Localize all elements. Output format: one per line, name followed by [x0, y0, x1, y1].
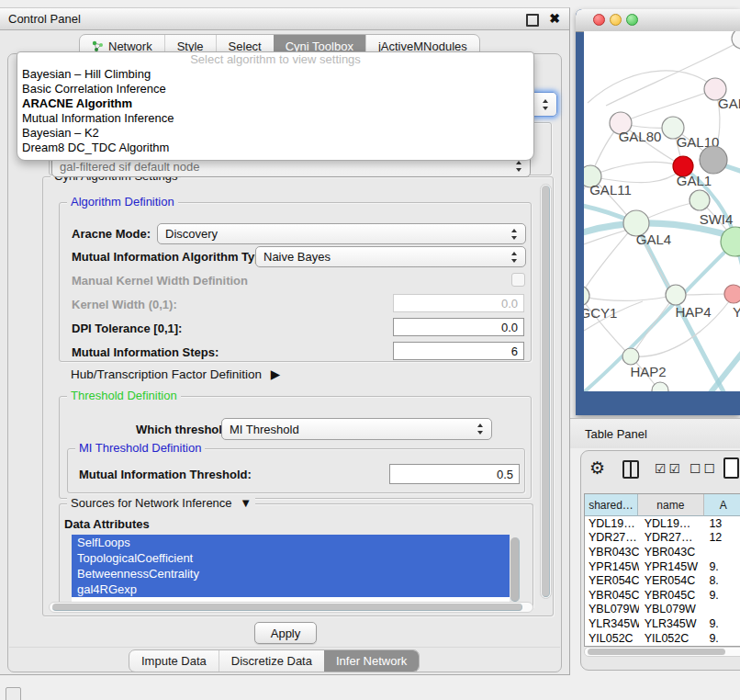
dropdown-item[interactable]: Basic Correlation Inference [17, 82, 533, 96]
table-cell[interactable]: YBR043C [639, 546, 706, 559]
network-node-hap4[interactable] [666, 285, 686, 305]
table-cell[interactable]: YLR345W [639, 617, 706, 630]
network-edge[interactable] [590, 162, 679, 176]
table-cell[interactable]: YDL19… [585, 517, 639, 530]
deselect-all-checkboxes-icon[interactable]: ☐☐ [690, 461, 718, 476]
select-all-checkboxes-icon[interactable]: ☑☑ [655, 461, 683, 476]
table-cell[interactable]: 9. [705, 617, 740, 630]
table-row[interactable]: YPR145WYPR145W9. [585, 559, 740, 574]
zoom-icon[interactable] [626, 14, 638, 26]
attribute-list-item[interactable]: SelfLoops [72, 535, 510, 550]
table-cell[interactable]: YPR145W [639, 560, 706, 573]
close-icon[interactable]: ✖ [549, 11, 560, 26]
close-icon[interactable] [593, 14, 605, 26]
attribute-list-item[interactable]: TopologicalCoefficient [72, 550, 510, 566]
table-cell[interactable]: YER054C [639, 574, 706, 587]
table-row[interactable]: YBR045CYBR045C9. [585, 588, 740, 603]
table-cell[interactable]: YIL052C [585, 632, 639, 645]
table-row[interactable]: YER054CYER054C8. [585, 573, 740, 588]
data-attributes-label: Data Attributes [64, 517, 150, 531]
dropdown-item[interactable]: ARACNE Algorithm [17, 96, 533, 111]
dropdown-item[interactable]: Mutual Information Inference [17, 111, 533, 126]
tab-impute-data[interactable]: Impute Data [129, 650, 219, 672]
table-cell[interactable]: YLR345W [585, 617, 639, 630]
column-header[interactable]: shared… [585, 494, 638, 516]
table-cell[interactable]: YBL079W [585, 603, 639, 615]
dpi-tolerance-value: 0.0 [501, 321, 518, 334]
network-canvas[interactable]: GALGAL80GAL10GAL1GAL11SWI4GAL4GCY1HAP4YH… [584, 31, 740, 391]
attribute-list-scrollbar[interactable] [510, 536, 521, 603]
node-label: HAP2 [630, 364, 666, 379]
table-cell[interactable]: 12 [705, 531, 740, 544]
mi-type-combo[interactable]: Naive Bayes [255, 246, 526, 267]
network-node-gcy1[interactable] [584, 286, 589, 306]
sources-group-title[interactable]: Sources for Network Inference ▼ [67, 496, 255, 511]
float-window-icon[interactable] [526, 14, 539, 27]
apply-button[interactable]: Apply [254, 622, 317, 644]
dropdown-item[interactable]: Dream8 DC_TDC Algorithm [17, 141, 533, 155]
settings-horizontal-scrollbar[interactable] [49, 602, 533, 613]
columns-icon[interactable] [622, 460, 639, 479]
manual-kernel-checkbox[interactable] [511, 273, 525, 287]
table-row[interactable]: YDL19…YDL19…13 [585, 516, 740, 531]
attribute-list-item[interactable]: gal4RGexp [72, 581, 510, 597]
aracne-mode-combo[interactable]: Discovery [157, 223, 526, 244]
hub-definition-toggle[interactable]: Hub/Transcription Factor Definition ▶ [71, 367, 280, 381]
network-edge[interactable] [584, 296, 667, 300]
table-cell[interactable]: YBR045C [639, 589, 706, 602]
which-threshold-value: MI Threshold [230, 423, 299, 436]
tab-infer-network[interactable]: Infer Network [324, 650, 419, 672]
table-cell[interactable]: YBL079W [639, 603, 706, 615]
table-cell[interactable]: 9. [705, 560, 740, 573]
table-cell[interactable]: 8. [705, 574, 740, 587]
dropdown-item[interactable]: Bayesian – Hill Climbing [17, 67, 533, 82]
table-row[interactable]: YBL079WYBL079W [585, 603, 740, 617]
tab-discretize-data[interactable]: Discretize Data [219, 650, 324, 672]
minimized-panel-icon[interactable] [6, 687, 21, 700]
network-edge[interactable] [590, 170, 680, 183]
table-cell[interactable]: YDL19… [639, 517, 706, 530]
table-cell[interactable]: YBR043C [585, 546, 639, 559]
cyni-mode-tabs: Impute DataDiscretize DataInfer Network [129, 649, 420, 672]
attribute-list-item[interactable]: BetweennessCentrality [72, 566, 510, 581]
table-panel-title: Table Panel [585, 427, 647, 441]
page-icon[interactable] [723, 457, 739, 479]
table-row[interactable]: YBR043CYBR043C [585, 545, 740, 559]
network-edge[interactable] [687, 318, 740, 391]
settings-vertical-scrollbar[interactable] [540, 184, 552, 599]
network-window-titlebar[interactable] [576, 9, 740, 32]
table-row[interactable]: YIL052CYIL052C9. [585, 631, 740, 646]
network-node-hap2[interactable] [622, 348, 639, 365]
dropdown-item[interactable]: Bayesian – K2 [17, 126, 533, 141]
network-edge[interactable] [588, 71, 715, 103]
network-node[interactable] [732, 31, 740, 49]
table-cell[interactable]: YER054C [585, 574, 639, 587]
node-label: GAL11 [589, 182, 632, 198]
threshold-definition-group: Threshold Definition Which threshold to … [59, 396, 532, 499]
network-node-y[interactable] [724, 285, 740, 303]
gear-icon[interactable]: ⚙ [589, 457, 605, 479]
table-row[interactable]: YLR345WYLR345W9. [585, 616, 740, 631]
table-cell[interactable]: YBR045C [585, 589, 639, 602]
column-header[interactable]: A [704, 494, 740, 516]
minimize-icon[interactable] [610, 14, 622, 26]
mi-steps-field[interactable]: 6 [393, 342, 524, 360]
dpi-tolerance-field[interactable]: 0.0 [393, 318, 524, 336]
collapsed-arrow-icon: ▶ [271, 367, 280, 381]
table-cell[interactable]: 9. [705, 632, 740, 645]
network-node-swi4[interactable] [690, 190, 710, 210]
mi-threshold-field[interactable]: 0.5 [389, 464, 520, 484]
column-header[interactable]: name [638, 494, 704, 516]
table-body: YDL19…YDL19…13YDR27…YDR27…12YBR043CYBR04… [585, 516, 740, 645]
table-cell[interactable]: YIL052C [639, 632, 706, 645]
table-cell[interactable]: YDR27… [639, 531, 706, 544]
table-horizontal-scrollbar[interactable] [584, 647, 740, 657]
table-cell[interactable]: 9. [705, 589, 740, 602]
table-row[interactable]: YDR27…YDR27…12 [585, 531, 740, 546]
table-cell[interactable]: YPR145W [585, 560, 639, 573]
table-cell[interactable]: YDR27… [585, 531, 639, 544]
which-threshold-combo[interactable]: MI Threshold [221, 418, 492, 440]
network-node[interactable] [700, 146, 727, 174]
table-cell[interactable]: 13 [705, 517, 740, 530]
kernel-width-field[interactable]: 0.0 [393, 294, 524, 312]
